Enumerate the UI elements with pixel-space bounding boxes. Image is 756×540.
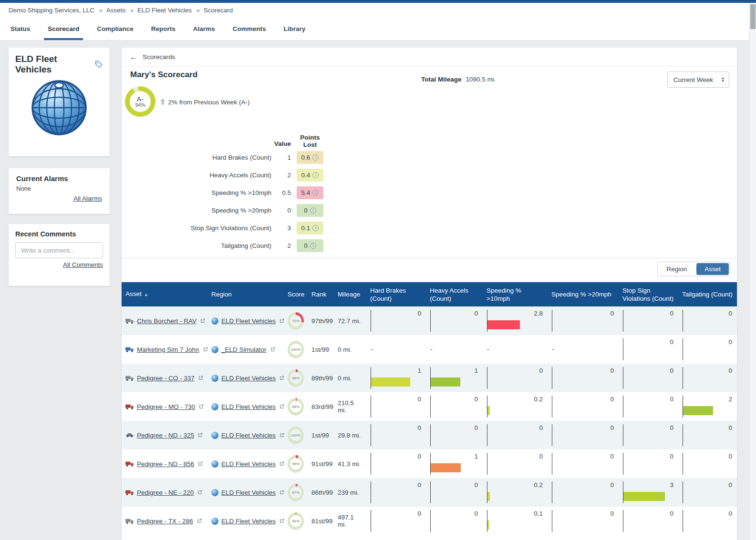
- asset-link[interactable]: Pedigree - MO - 730: [137, 403, 195, 410]
- asset-link[interactable]: Chris Borchert - RAV: [137, 317, 197, 325]
- table-row: Pedigree - MO - 730 ELD Fleet Vehicles 9…: [122, 392, 737, 421]
- asset-link[interactable]: Marketing Sim 7 John: [137, 346, 199, 353]
- external-link-icon[interactable]: [197, 490, 202, 495]
- mileage-cell: 29.8 mi.: [334, 421, 366, 449]
- info-icon[interactable]: i: [312, 172, 319, 178]
- speeding-10-cell: 0: [483, 421, 548, 449]
- column-header-speeding-10[interactable]: Speeding % >10mph: [483, 286, 548, 303]
- region-link[interactable]: ELD Fleet Vehicles: [221, 518, 276, 525]
- metric-label: Heavy Accels (Count): [122, 172, 271, 179]
- column-header-region[interactable]: Region: [207, 290, 284, 298]
- speeding-20-cell: -: [548, 335, 619, 364]
- external-link-icon[interactable]: [270, 347, 275, 352]
- breadcrumb-item-assets[interactable]: Assets: [106, 7, 126, 14]
- region-link[interactable]: ELD Fleet Vehicles: [221, 375, 276, 382]
- bar-axis: [683, 510, 683, 532]
- region-link[interactable]: ELD Fleet Vehicles: [221, 460, 276, 468]
- metric-bar: [487, 492, 490, 501]
- column-header-hard-brakes[interactable]: Hard Brakes (Count): [366, 286, 426, 303]
- external-link-icon[interactable]: [198, 376, 203, 380]
- speeding-20-cell: 0: [548, 392, 619, 421]
- column-header-tailgating[interactable]: Tailgating (Count): [678, 290, 737, 298]
- info-icon[interactable]: i: [312, 225, 319, 231]
- asset-link[interactable]: Pedigree - TX - 286: [137, 518, 193, 525]
- region-link[interactable]: ELD Fleet Vehicles: [221, 317, 276, 325]
- back-to-scorecards-link[interactable]: Scorecards: [143, 53, 175, 61]
- back-arrow-icon[interactable]: ←: [130, 53, 137, 61]
- vertical-scrollbar[interactable]: [749, 3, 756, 540]
- column-header-stop-sign[interactable]: Stop Sign Violations (Count): [619, 286, 678, 303]
- region-link[interactable]: ELD Fleet Vehicles: [221, 432, 276, 439]
- tab-alarms[interactable]: Alarms: [192, 18, 216, 40]
- tab-scorecard[interactable]: Scorecard: [47, 18, 80, 40]
- region-link[interactable]: ELD Fleet Vehicles: [221, 403, 276, 410]
- asset-link[interactable]: Pedigree - ND - 856: [137, 460, 194, 468]
- score-donut: 96%: [288, 369, 304, 387]
- column-header-rank[interactable]: Rank: [308, 290, 334, 298]
- external-link-icon[interactable]: [198, 461, 203, 466]
- column-header-score[interactable]: Score: [284, 290, 308, 298]
- metric-bar: [487, 520, 489, 530]
- bar-axis: [430, 310, 431, 332]
- stop-sign-cell: 3: [619, 478, 678, 507]
- bar-axis: [623, 310, 623, 332]
- external-link-icon[interactable]: [197, 519, 202, 523]
- region-globe-icon: [211, 432, 218, 439]
- bar-axis: [430, 424, 431, 446]
- external-link-icon[interactable]: [200, 318, 205, 323]
- tab-comments[interactable]: Comments: [232, 18, 267, 40]
- bar-axis: [552, 310, 552, 332]
- total-mileage-label: Total Mileage: [421, 76, 462, 83]
- tab-reports[interactable]: Reports: [150, 18, 176, 40]
- period-select[interactable]: Current Week ▲▼: [667, 71, 729, 88]
- scrollbar-thumb[interactable]: [750, 4, 756, 29]
- tab-compliance[interactable]: Compliance: [96, 18, 135, 40]
- vehicle-icon: [125, 318, 134, 324]
- info-icon[interactable]: i: [312, 154, 319, 161]
- speeding-20-cell: 0: [548, 449, 619, 478]
- external-link-icon[interactable]: [199, 404, 204, 409]
- info-icon[interactable]: i: [310, 207, 316, 214]
- tab-library[interactable]: Library: [282, 18, 306, 40]
- bar-axis: [552, 510, 552, 532]
- bar-axis: [623, 367, 623, 389]
- comment-input[interactable]: [15, 242, 103, 258]
- bar-axis: [371, 453, 371, 475]
- column-header-asset[interactable]: Asset▲: [122, 290, 207, 299]
- column-header-heavy-accels[interactable]: Heavy Accels (Count): [426, 286, 483, 303]
- tab-status[interactable]: Status: [10, 18, 31, 40]
- rank-cell: 91st/99: [308, 449, 334, 478]
- region-link[interactable]: _ELD Simulator: [221, 346, 267, 353]
- breadcrumb-item-company[interactable]: Demo Shipping Services, LLC: [9, 7, 94, 14]
- column-header-mileage[interactable]: Mileage: [334, 290, 366, 298]
- asset-link[interactable]: Pedigree - CO - 337: [137, 375, 195, 382]
- all-alarms-link[interactable]: All Alarms: [16, 195, 102, 202]
- asset-link[interactable]: Pedigree - NE - 220: [137, 489, 194, 496]
- metric-value: 2: [271, 242, 291, 249]
- asset-toggle-button[interactable]: Asset: [696, 263, 729, 275]
- bar-axis: [623, 396, 623, 418]
- table-row: Marketing Sim 7 John _ELD Simulator 100%…: [122, 335, 737, 364]
- region-link[interactable]: ELD Fleet Vehicles: [221, 489, 276, 496]
- tag-icon[interactable]: [94, 60, 103, 69]
- metric-row: Stop Sign Violations (Count) 3 0.1 i: [122, 219, 327, 237]
- info-icon[interactable]: i: [312, 190, 319, 196]
- bar-axis: [430, 510, 431, 532]
- speeding-10-cell: 0.1: [483, 507, 548, 535]
- vehicle-icon: [125, 433, 134, 438]
- speeding-10-cell: 2.8: [483, 306, 548, 335]
- back-row: ← Scorecards: [122, 48, 737, 67]
- all-comments-link[interactable]: All Comments: [15, 261, 103, 268]
- stop-sign-cell: 0: [619, 507, 678, 535]
- bar-axis: [683, 424, 683, 446]
- bar-axis: [623, 510, 623, 532]
- region-globe-icon: [211, 403, 218, 410]
- column-header-speeding-20[interactable]: Speeding % >20mph: [548, 290, 619, 298]
- external-link-icon[interactable]: [198, 433, 203, 438]
- scorecard-panel: ← Scorecards Mary's Scorecard Total Mile…: [122, 48, 737, 540]
- asset-link[interactable]: Pedigree - ND - 325: [137, 432, 194, 439]
- region-globe-icon: [211, 518, 218, 525]
- info-icon[interactable]: i: [310, 243, 316, 249]
- breadcrumb-item-fleet[interactable]: ELD Fleet Vehicles: [137, 7, 192, 14]
- region-toggle-button[interactable]: Region: [658, 265, 695, 273]
